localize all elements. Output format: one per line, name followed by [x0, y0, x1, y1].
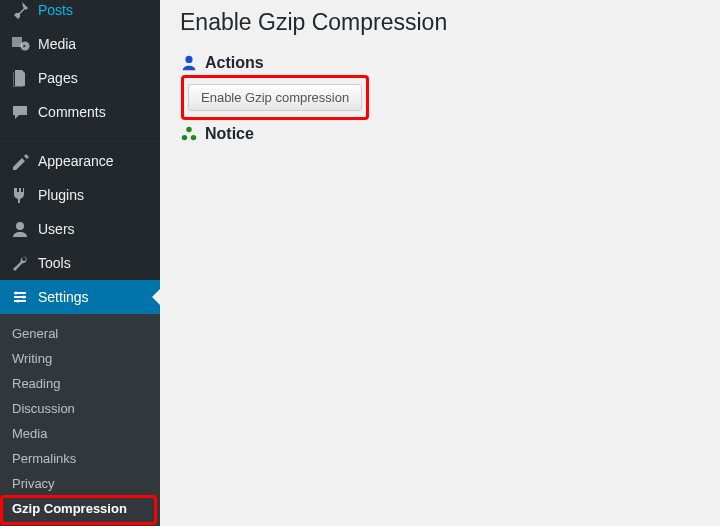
section-actions: Actions Enable Gzip compression — [180, 54, 700, 111]
enable-gzip-button[interactable]: Enable Gzip compression — [188, 84, 362, 111]
sidebar-item-settings[interactable]: Settings — [0, 280, 160, 314]
pin-icon — [10, 0, 30, 20]
sidebar-item-label: Comments — [38, 104, 106, 120]
sidebar-item-tools[interactable]: Tools — [0, 246, 160, 280]
admin-sidebar: Posts Media Pages Comments Appearance Pl… — [0, 0, 160, 526]
sidebar-separator — [0, 134, 160, 139]
main-content: Enable Gzip Compression Actions Enable G… — [160, 0, 720, 526]
submenu-item-gzip-compression[interactable]: Gzip Compression — [0, 496, 160, 521]
svg-point-6 — [186, 127, 191, 132]
sidebar-item-label: Plugins — [38, 187, 84, 203]
section-title-actions: Actions — [205, 54, 264, 72]
tools-icon — [10, 253, 30, 273]
submenu-item-general[interactable]: General — [0, 321, 160, 346]
sidebar-item-pages[interactable]: Pages — [0, 61, 160, 95]
sidebar-item-label: Pages — [38, 70, 78, 86]
sidebar-item-label: Tools — [38, 255, 71, 271]
submenu-item-reading[interactable]: Reading — [0, 371, 160, 396]
submenu-item-permalinks[interactable]: Permalinks — [0, 446, 160, 471]
sidebar-item-posts[interactable]: Posts — [0, 0, 160, 27]
svg-point-2 — [15, 292, 18, 295]
sidebar-item-comments[interactable]: Comments — [0, 95, 160, 129]
svg-point-7 — [182, 135, 187, 140]
svg-point-8 — [191, 135, 196, 140]
sidebar-item-label: Users — [38, 221, 75, 237]
sidebar-item-media[interactable]: Media — [0, 27, 160, 61]
sidebar-item-users[interactable]: Users — [0, 212, 160, 246]
page-title: Enable Gzip Compression — [180, 0, 700, 40]
svg-point-5 — [185, 56, 192, 63]
submenu-item-privacy[interactable]: Privacy — [0, 471, 160, 496]
users-icon — [10, 219, 30, 239]
section-notice: Notice — [180, 125, 700, 143]
media-icon — [10, 34, 30, 54]
sidebar-item-label: Posts — [38, 2, 73, 18]
sidebar-item-label: Appearance — [38, 153, 114, 169]
submenu-item-media[interactable]: Media — [0, 421, 160, 446]
cluster-icon — [180, 125, 198, 143]
plugins-icon — [10, 185, 30, 205]
sidebar-item-label: Settings — [38, 289, 89, 305]
svg-point-1 — [16, 222, 24, 230]
svg-point-3 — [23, 296, 26, 299]
submenu-item-discussion[interactable]: Discussion — [0, 396, 160, 421]
sidebar-item-appearance[interactable]: Appearance — [0, 144, 160, 178]
sidebar-item-plugins[interactable]: Plugins — [0, 178, 160, 212]
user-icon — [180, 54, 198, 72]
settings-icon — [10, 287, 30, 307]
comments-icon — [10, 102, 30, 122]
pages-icon — [10, 68, 30, 88]
appearance-icon — [10, 151, 30, 171]
sidebar-submenu-settings: General Writing Reading Discussion Media… — [0, 314, 160, 526]
submenu-item-writing[interactable]: Writing — [0, 346, 160, 371]
sidebar-item-label: Media — [38, 36, 76, 52]
section-title-notice: Notice — [205, 125, 254, 143]
svg-point-4 — [17, 300, 20, 303]
